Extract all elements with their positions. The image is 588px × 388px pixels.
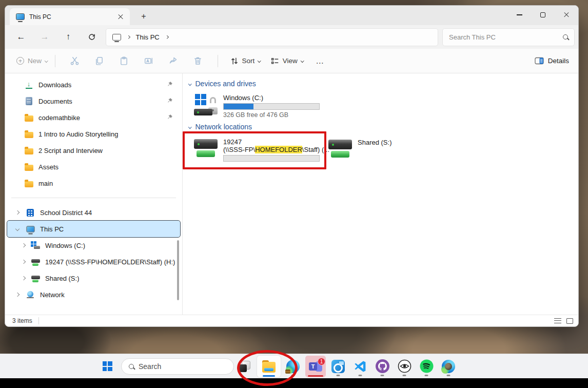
edge-profile-button[interactable] (439, 356, 458, 377)
sidebar-item-downloads[interactable]: ↓ Downloads (7, 76, 180, 93)
copy-button[interactable] (90, 52, 109, 70)
sidebar-item-codemathbike[interactable]: codemathbike (7, 109, 180, 126)
spotify-icon (420, 359, 434, 373)
refresh-button[interactable] (83, 28, 101, 46)
sidebar-item-main[interactable]: main (7, 175, 180, 191)
view-button[interactable]: View (271, 57, 304, 65)
up-button[interactable]: ↑ (60, 28, 77, 46)
file-explorer-window: This PC + ← → ↑ This PC (5, 5, 579, 327)
delete-button[interactable] (188, 52, 208, 70)
group-header-network-locations[interactable]: Network locations (189, 123, 252, 131)
forward-button[interactable]: → (36, 28, 53, 46)
running-indicator (403, 375, 406, 376)
chevron-right-icon[interactable] (22, 260, 26, 264)
sidebar-item-script-and-interview[interactable]: 2 Script and Interview (7, 142, 180, 159)
close-button[interactable] (555, 6, 578, 24)
tab-this-pc[interactable]: This PC (10, 8, 130, 25)
sidebar-item-assets[interactable]: Assets (7, 159, 180, 175)
new-button[interactable]: + New (16, 57, 48, 65)
taskbar-search[interactable]: Search (121, 358, 234, 375)
sort-icon (230, 57, 239, 65)
cut-button[interactable] (65, 52, 85, 70)
running-indicator (308, 375, 323, 377)
os-drive-icon (31, 241, 40, 249)
sidebar-item-windows-c[interactable]: Windows (C:) (7, 237, 180, 254)
running-indicator (447, 375, 450, 376)
details-pane-icon (535, 57, 544, 65)
maximize-button[interactable] (531, 6, 555, 24)
sidebar-item-network[interactable]: Network (7, 286, 180, 303)
sidebar-item-school-district-44[interactable]: School District 44 (7, 204, 180, 221)
this-pc-icon (16, 13, 25, 20)
search-box[interactable] (442, 28, 575, 46)
eye-app-button[interactable] (395, 356, 414, 377)
vscode-button[interactable] (350, 356, 370, 377)
chevron-down-icon[interactable] (15, 227, 19, 231)
delete-icon (193, 56, 202, 65)
sidebar-item-intro-audio-storytelling[interactable]: 1 Intro to Audio Storytelling (7, 126, 180, 142)
sidebar-item-home-drive-h[interactable]: 19247 (\\SSS-FP\HOMEFOLDER\Staff) (H:) (7, 254, 180, 270)
pin-icon (167, 98, 173, 104)
minimize-icon (517, 14, 522, 15)
refresh-icon (88, 33, 96, 41)
chevron-down-icon (45, 59, 48, 62)
share-icon (169, 56, 178, 65)
document-icon (26, 97, 32, 105)
outlook-button[interactable] (328, 356, 348, 377)
drive-item-shared-s[interactable]: Shared (S:) (328, 139, 391, 161)
running-indicator (359, 375, 362, 376)
search-icon[interactable] (563, 34, 568, 40)
back-button[interactable]: ← (12, 28, 30, 46)
computer-icon (26, 226, 34, 232)
breadcrumb-chevron-icon[interactable] (165, 35, 168, 38)
network-drive-icon (31, 259, 40, 266)
annotation-red-ellipse (237, 350, 298, 386)
toolbar-divider (218, 55, 218, 67)
view-label: View (283, 57, 298, 65)
teams-button[interactable]: T 1 (305, 356, 326, 377)
chevron-right-icon[interactable] (15, 293, 19, 297)
github-button[interactable] (373, 356, 392, 377)
rename-button[interactable] (139, 52, 159, 70)
chevron-down-icon (301, 59, 304, 62)
status-bar: 3 items (5, 315, 578, 326)
address-bar[interactable]: This PC (106, 28, 438, 46)
group-header-devices[interactable]: Devices and drives (189, 80, 256, 88)
spotify-button[interactable] (417, 356, 436, 377)
share-button[interactable] (164, 52, 183, 70)
chevron-down-icon[interactable] (188, 125, 191, 128)
teams-icon: T 1 (309, 360, 322, 373)
breadcrumb-location[interactable]: This PC (136, 33, 160, 41)
folder-icon (25, 165, 33, 171)
chevron-down-icon[interactable] (188, 82, 191, 85)
new-tab-button[interactable]: + (137, 10, 150, 23)
pin-icon (167, 81, 173, 87)
chevron-right-icon[interactable] (15, 210, 19, 215)
details-view-button[interactable] (554, 318, 561, 323)
free-space-text: 326 GB free of 476 GB (223, 111, 320, 119)
paste-button[interactable] (114, 52, 134, 70)
sidebar-scrollbar[interactable] (177, 240, 179, 300)
sidebar-item-this-pc[interactable]: This PC (7, 221, 180, 237)
item-count: 3 items (12, 317, 32, 324)
details-button[interactable]: Details (535, 57, 569, 65)
tab-strip: This PC + (5, 6, 578, 25)
search-input[interactable] (449, 33, 563, 41)
drive-item-windows-c[interactable]: Windows (C:) 326 GB free of 476 GB (194, 94, 320, 119)
start-button[interactable] (99, 358, 116, 375)
sidebar-item-shared-s[interactable]: Shared (S:) (7, 270, 180, 286)
details-label: Details (548, 57, 569, 65)
navigation-pane: ↓ Downloads Documents codemathbike 1 Int… (5, 73, 183, 315)
tab-close-button[interactable] (115, 12, 126, 22)
sidebar-item-documents[interactable]: Documents (7, 93, 180, 109)
chevron-right-icon[interactable] (22, 276, 26, 280)
drive-name: Windows (C:) (223, 94, 320, 102)
downloads-icon: ↓ (25, 81, 33, 89)
minimize-button[interactable] (507, 6, 531, 24)
sort-button[interactable]: Sort (230, 57, 261, 65)
running-indicator (381, 375, 384, 376)
chevron-right-icon[interactable] (22, 243, 26, 247)
network-drive-icon (328, 139, 353, 161)
large-thumbnails-view-button[interactable] (566, 318, 573, 324)
see-more-button[interactable]: … (316, 56, 324, 66)
